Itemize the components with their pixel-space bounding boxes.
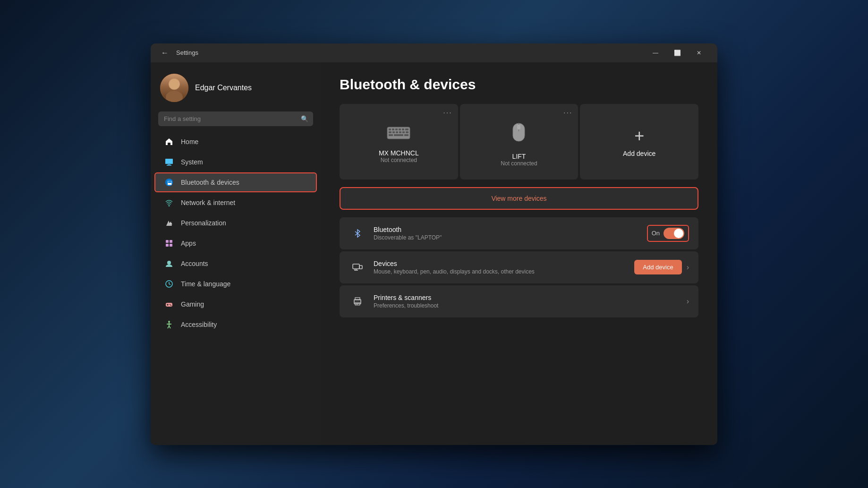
sidebar: Edgar Cervantes 🔍 Home (151, 62, 321, 445)
sidebar-item-network[interactable]: Network & internet (154, 193, 317, 213)
avatar (160, 74, 188, 102)
bluetooth-row-icon (349, 225, 366, 242)
bluetooth-row: Bluetooth Discoverable as "LAPTOP" On (340, 217, 698, 249)
svg-rect-47 (359, 265, 362, 269)
sidebar-item-system[interactable]: System (154, 152, 317, 172)
avatar-image (160, 74, 188, 102)
sidebar-label-personalization: Personalization (181, 219, 226, 227)
device-card-inner-mouse: LIFT Not connected (468, 111, 571, 172)
svg-rect-32 (402, 128, 404, 130)
svg-rect-3 (165, 159, 173, 164)
accounts-icon (164, 258, 174, 269)
svg-rect-42 (404, 134, 408, 136)
device-menu-keyboard[interactable]: ··· (443, 109, 452, 117)
svg-rect-31 (399, 128, 401, 130)
sidebar-item-personalization[interactable]: Personalization (154, 213, 317, 233)
bluetooth-row-text: Bluetooth Discoverable as "LAPTOP" (374, 226, 639, 241)
printers-row[interactable]: Printers & scanners Preferences, trouble… (340, 285, 698, 317)
time-icon (164, 279, 174, 289)
sidebar-label-time: Time & language (181, 280, 230, 288)
svg-point-21 (170, 305, 171, 306)
svg-rect-29 (392, 128, 394, 130)
sidebar-label-home: Home (181, 138, 198, 146)
printers-row-icon (349, 293, 366, 310)
mouse-device-icon (511, 121, 527, 149)
view-more-button[interactable]: View more devices (340, 187, 698, 210)
user-profile: Edgar Cervantes (151, 70, 321, 111)
bluetooth-title: Bluetooth (374, 226, 639, 233)
device-name-mouse: LIFT (512, 153, 526, 160)
svg-rect-41 (394, 134, 403, 136)
minimize-button[interactable]: — (645, 45, 666, 60)
sidebar-label-network: Network & internet (181, 199, 235, 206)
svg-point-13 (167, 261, 171, 265)
system-icon (164, 157, 174, 167)
devices-action: Add device › (634, 260, 689, 274)
main-content: Bluetooth & devices ··· (321, 62, 717, 445)
svg-rect-36 (396, 131, 398, 133)
add-device-label: Add device (623, 150, 655, 157)
sidebar-label-gaming: Gaming (181, 300, 204, 308)
device-card-inner-keyboard: MX MCHNCL Not connected (347, 111, 451, 172)
sidebar-item-time[interactable]: Time & language (154, 274, 317, 294)
device-name-keyboard: MX MCHNCL (379, 149, 419, 157)
sidebar-item-bluetooth[interactable]: ⬓ Bluetooth & devices (154, 172, 317, 192)
gaming-icon (164, 299, 174, 309)
svg-point-8 (169, 205, 170, 206)
sidebar-item-accounts[interactable]: Accounts (154, 254, 317, 274)
printers-title: Printers & scanners (374, 294, 679, 301)
svg-rect-46 (353, 264, 359, 269)
device-card-keyboard: ··· (340, 104, 458, 180)
devices-row: Devices Mouse, keyboard, pen, audio, dis… (340, 251, 698, 283)
printers-subtitle: Preferences, troubleshoot (374, 302, 679, 309)
sidebar-item-apps[interactable]: Apps (154, 233, 317, 253)
printers-chevron-icon: › (687, 297, 689, 306)
svg-rect-40 (389, 134, 393, 136)
add-device-card[interactable]: + Add device (580, 104, 698, 180)
back-button[interactable]: ← (158, 46, 171, 60)
svg-rect-12 (170, 244, 172, 247)
svg-rect-30 (395, 128, 398, 130)
bluetooth-icon: ⬓ (164, 177, 174, 188)
sidebar-item-home[interactable]: Home (154, 132, 317, 152)
bluetooth-subtitle: Discoverable as "LAPTOP" (374, 234, 639, 241)
sidebar-item-accessibility[interactable]: Accessibility (154, 315, 317, 334)
device-status-mouse: Not connected (501, 160, 537, 167)
settings-window: ← Settings — ⬜ ✕ Edgar Ce (151, 43, 717, 445)
user-name: Edgar Cervantes (195, 84, 252, 92)
network-icon (164, 197, 174, 208)
toggle-label: On (652, 230, 660, 237)
window-content: Edgar Cervantes 🔍 Home (151, 62, 717, 445)
svg-rect-37 (399, 131, 401, 133)
device-menu-mouse[interactable]: ··· (563, 109, 572, 117)
devices-row-text: Devices Mouse, keyboard, pen, audio, dis… (374, 260, 627, 275)
svg-rect-10 (170, 240, 172, 243)
devices-title: Devices (374, 260, 627, 267)
sidebar-label-bluetooth: Bluetooth & devices (181, 179, 239, 186)
titlebar: ← Settings — ⬜ ✕ (151, 43, 717, 62)
bluetooth-toggle-wrap[interactable]: On (647, 225, 689, 242)
close-button[interactable]: ✕ (688, 45, 710, 60)
svg-point-22 (168, 321, 170, 323)
svg-rect-28 (389, 128, 391, 130)
window-title: Settings (176, 49, 645, 56)
devices-add-button[interactable]: Add device (634, 260, 681, 274)
accessibility-icon (164, 319, 174, 330)
sidebar-item-gaming[interactable]: Gaming (154, 294, 317, 314)
home-icon (164, 137, 174, 147)
page-title: Bluetooth & devices (340, 77, 698, 93)
svg-point-2 (169, 79, 179, 89)
svg-line-26 (169, 326, 170, 328)
device-card-mouse: ··· LIFT Not connected (460, 104, 579, 180)
svg-rect-33 (405, 128, 408, 130)
svg-rect-45 (517, 125, 520, 129)
svg-rect-11 (166, 244, 169, 247)
svg-rect-5 (167, 165, 171, 166)
maximize-button[interactable]: ⬜ (666, 45, 688, 60)
bluetooth-toggle[interactable] (664, 228, 684, 239)
device-status-keyboard: Not connected (381, 157, 417, 163)
sidebar-label-accessibility: Accessibility (181, 321, 217, 328)
personalization-icon (164, 218, 174, 228)
svg-rect-39 (406, 131, 408, 133)
search-input[interactable] (158, 111, 313, 126)
